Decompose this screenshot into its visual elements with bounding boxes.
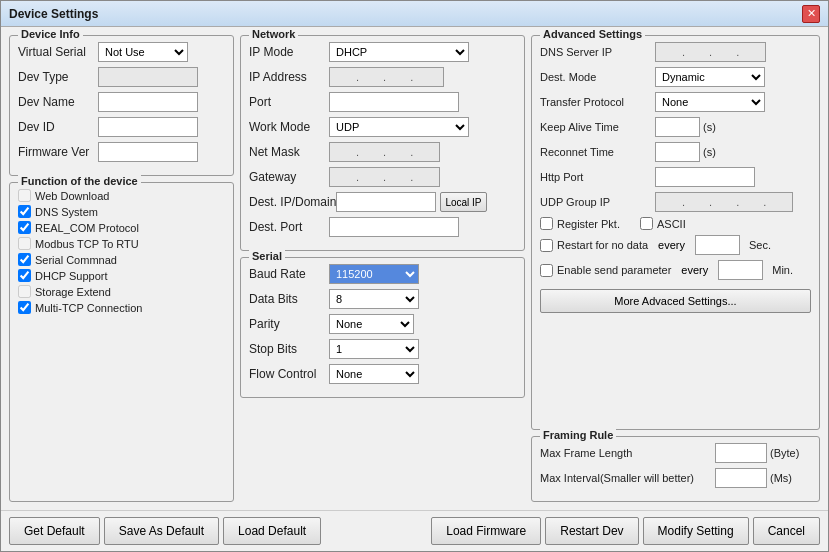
dns-a[interactable]: 192 <box>659 46 681 58</box>
gw-a[interactable]: 192 <box>333 171 355 183</box>
restart-label: Restart for no data <box>557 239 648 251</box>
load-firmware-button[interactable]: Load Firmware <box>431 517 541 545</box>
work-mode-select[interactable]: UDP <box>329 117 469 137</box>
ip-a[interactable]: 192 <box>333 71 355 83</box>
dev-name-input[interactable]: ZLDEV0001 <box>98 92 198 112</box>
modbus-checkbox <box>18 237 31 250</box>
real-com-checkbox[interactable] <box>18 221 31 234</box>
work-mode-row: Work Mode UDP <box>249 117 516 137</box>
gw-d[interactable]: 1 <box>414 171 436 183</box>
transfer-protocol-select[interactable]: None <box>655 92 765 112</box>
title-bar: Device Settings ✕ <box>1 1 828 27</box>
dns-b[interactable]: 168 <box>686 46 708 58</box>
web-download-label: Web Download <box>35 190 109 202</box>
udp-a[interactable]: 0 <box>659 196 681 208</box>
nm-c[interactable]: 255 <box>387 146 409 158</box>
enable-unit: Min. <box>772 264 793 276</box>
udp-b[interactable]: 0 <box>686 196 708 208</box>
local-ip-button[interactable]: Local IP <box>440 192 486 212</box>
dest-ip-input[interactable]: 114.55.89.143 <box>336 192 436 212</box>
max-interval-label: Max Interval(Smaller will better) <box>540 472 715 484</box>
gateway-row: Gateway 192 . 168 . 1 . 1 <box>249 167 516 187</box>
dest-ip-label: Dest. IP/Domain <box>249 195 336 209</box>
left-buttons: Get Default Save As Default Load Default <box>9 517 321 545</box>
max-interval-input[interactable]: 3 <box>715 468 767 488</box>
get-default-button[interactable]: Get Default <box>9 517 100 545</box>
dhcp-checkbox[interactable] <box>18 269 31 282</box>
restart-unit: Sec. <box>749 239 771 251</box>
save-as-default-button[interactable]: Save As Default <box>104 517 219 545</box>
gateway-box: 192 . 168 . 1 . 1 <box>329 167 440 187</box>
restart-dev-button[interactable]: Restart Dev <box>545 517 638 545</box>
more-advanced-button[interactable]: More Advaced Settings... <box>540 289 811 313</box>
udp-group-label: UDP Group IP <box>540 196 655 208</box>
firmware-ver-input[interactable]: V1.598 <box>98 142 198 162</box>
ascii-label: ASCII <box>657 218 686 230</box>
ip-d[interactable]: 22 <box>414 71 440 83</box>
max-interval-row: Max Interval(Smaller will better) 3 (Ms) <box>540 468 811 488</box>
enable-value-input[interactable]: 0 <box>718 260 763 280</box>
nm-d[interactable]: 0 <box>414 146 436 158</box>
http-port-row: Http Port 0 <box>540 167 811 187</box>
dest-port-input[interactable]: 5555 <box>329 217 459 237</box>
flow-control-select[interactable]: None <box>329 364 419 384</box>
multi-tcp-checkbox[interactable] <box>18 301 31 314</box>
function-modbus: Modbus TCP To RTU <box>18 237 225 250</box>
modify-setting-button[interactable]: Modify Setting <box>643 517 749 545</box>
close-button[interactable]: ✕ <box>802 5 820 23</box>
function-group: Function of the device Web Download DNS … <box>9 182 234 502</box>
enable-every-text: every <box>681 264 708 276</box>
framing-group: Framing Rule Max Frame Length 1300 (Byte… <box>531 436 820 502</box>
device-info-group: Device Info Virtual Serial Not Use Dev T… <box>9 35 234 176</box>
reconnet-unit: (s) <box>703 146 716 158</box>
device-settings-window: Device Settings ✕ Device Info Virtual Se… <box>0 0 829 552</box>
restart-checkbox[interactable] <box>540 239 553 252</box>
stop-bits-label: Stop Bits <box>249 342 329 356</box>
ip-c[interactable]: 1 <box>387 71 409 83</box>
restart-value-input[interactable]: 0 <box>695 235 740 255</box>
right-buttons: Load Firmware Restart Dev Modify Setting… <box>431 517 820 545</box>
dns-c[interactable]: 1 <box>713 46 735 58</box>
max-frame-input[interactable]: 1300 <box>715 443 767 463</box>
ip-address-box: 192 . 168 . 1 . 22 <box>329 67 444 87</box>
ip-mode-select[interactable]: DHCP <box>329 42 469 62</box>
udp-e[interactable]: 0 <box>767 196 789 208</box>
udp-c[interactable]: 0 <box>713 196 735 208</box>
udp-group-box: 0 . 0 . 0 . 0 . 0 <box>655 192 793 212</box>
nm-b[interactable]: 255 <box>360 146 382 158</box>
dns-d[interactable]: 1 <box>740 46 762 58</box>
work-mode-label: Work Mode <box>249 120 329 134</box>
port-input[interactable]: 4196 <box>329 92 459 112</box>
gw-c[interactable]: 1 <box>387 171 409 183</box>
restart-row: Restart for no data every 0 Sec. <box>540 235 811 255</box>
dev-type-row: Dev Type <box>18 67 225 87</box>
enable-checkbox[interactable] <box>540 264 553 277</box>
pkt-row: Register Pkt. ASCII <box>540 217 811 230</box>
reconnet-input[interactable]: 0 <box>655 142 700 162</box>
parity-select[interactable]: None <box>329 314 414 334</box>
stop-bits-select[interactable]: 1 <box>329 339 419 359</box>
gw-b[interactable]: 168 <box>360 171 382 183</box>
load-default-button[interactable]: Load Default <box>223 517 321 545</box>
udp-d[interactable]: 0 <box>740 196 762 208</box>
dest-mode-row: Dest. Mode Dynamic <box>540 67 811 87</box>
dest-mode-select[interactable]: Dynamic <box>655 67 765 87</box>
dev-id-input[interactable]: 285211967A16 <box>98 117 198 137</box>
ip-mode-row: IP Mode DHCP <box>249 42 516 62</box>
real-com-label: REAL_COM Protocol <box>35 222 139 234</box>
keep-alive-row: Keep Alive Time 0 (s) <box>540 117 811 137</box>
ip-b[interactable]: 168 <box>360 71 382 83</box>
virtual-serial-select[interactable]: Not Use <box>98 42 188 62</box>
baud-rate-select[interactable]: 115200 <box>329 264 419 284</box>
http-port-input[interactable]: 0 <box>655 167 755 187</box>
data-bits-select[interactable]: 8 <box>329 289 419 309</box>
data-bits-row: Data Bits 8 <box>249 289 516 309</box>
dns-system-checkbox[interactable] <box>18 205 31 218</box>
keep-alive-input[interactable]: 0 <box>655 117 700 137</box>
nm-a[interactable]: 255 <box>333 146 355 158</box>
dev-type-input[interactable] <box>98 67 198 87</box>
serial-cmd-checkbox[interactable] <box>18 253 31 266</box>
cancel-button[interactable]: Cancel <box>753 517 820 545</box>
register-pkt-checkbox[interactable] <box>540 217 553 230</box>
ascii-checkbox[interactable] <box>640 217 653 230</box>
